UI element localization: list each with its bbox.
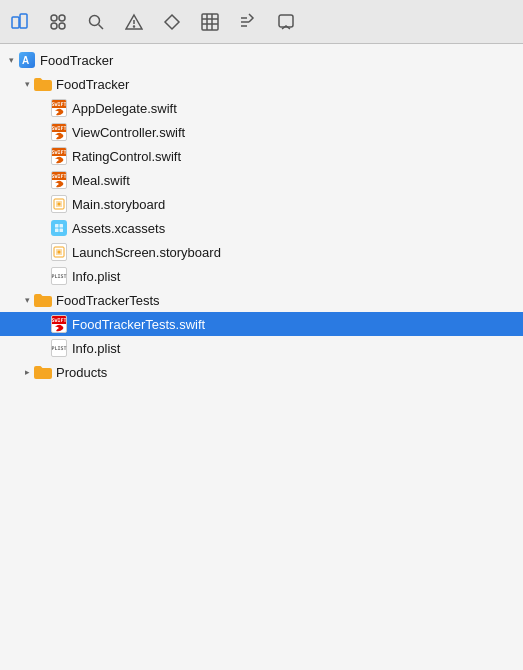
tree-item-foodtrackertests-folder[interactable]: FoodTrackerTests [0, 288, 523, 312]
tree-item-info-plist-2[interactable]: PLIST Info.plist [0, 336, 523, 360]
tree-item-assets[interactable]: Assets.xcassets [0, 216, 523, 240]
svg-rect-12 [202, 14, 218, 30]
tree-item-ratingcontrol[interactable]: SWIFT RatingControl.swift [0, 144, 523, 168]
search-navigator-icon[interactable] [86, 12, 106, 32]
item-label-info-plist-1: Info.plist [72, 269, 120, 284]
disclosure-foodtracker-folder[interactable] [20, 77, 34, 91]
tree-item-info-plist-1[interactable]: PLIST Info.plist [0, 264, 523, 288]
svg-point-10 [134, 26, 135, 27]
item-label-launchscreen: LaunchScreen.storyboard [72, 245, 221, 260]
xcassets-file-icon [50, 219, 68, 237]
plist-file-icon: PLIST [50, 267, 68, 285]
svg-point-6 [90, 15, 100, 25]
svg-rect-24 [55, 229, 59, 233]
tree-item-main-storyboard[interactable]: Main.storyboard [0, 192, 523, 216]
disclosure-foodtrackertests-folder[interactable] [20, 293, 34, 307]
item-label-info-plist-2: Info.plist [72, 341, 120, 356]
item-label-ratingcontrol: RatingControl.swift [72, 149, 181, 164]
tree-item-foodtracker-folder[interactable]: FoodTracker [0, 72, 523, 96]
tree-item-appdelegate[interactable]: SWIFT AppDelegate.swift [0, 96, 523, 120]
main-area: A FoodTracker FoodTracker SWIFT AppDeleg… [0, 44, 523, 670]
tree-item-launchscreen[interactable]: LaunchScreen.storyboard [0, 240, 523, 264]
svg-point-21 [58, 203, 61, 206]
svg-rect-1 [20, 14, 27, 28]
swift-file-icon: SWIFT [50, 123, 68, 141]
toolbar [0, 0, 523, 44]
swift-file-icon: SWIFT [50, 147, 68, 165]
plist-file-icon: PLIST [50, 339, 68, 357]
folder-yellow-file-icon [34, 363, 52, 381]
svg-point-2 [51, 15, 57, 21]
report-navigator-icon[interactable] [276, 12, 296, 32]
svg-rect-0 [12, 17, 19, 28]
test-navigator-icon[interactable] [162, 12, 182, 32]
swift-red-file-icon: SWIFT [50, 315, 68, 333]
file-navigator: A FoodTracker FoodTracker SWIFT AppDeleg… [0, 44, 523, 670]
item-label-appdelegate: AppDelegate.swift [72, 101, 177, 116]
file-navigator-icon[interactable] [10, 12, 30, 32]
item-label-main-storyboard: Main.storyboard [72, 197, 165, 212]
disclosure-products-folder[interactable] [20, 365, 34, 379]
svg-rect-23 [60, 224, 64, 228]
svg-point-5 [59, 23, 65, 29]
storyboard-file-icon [50, 243, 68, 261]
tree-item-products-folder[interactable]: Products [0, 360, 523, 384]
swift-file-icon: SWIFT [50, 99, 68, 117]
svg-point-3 [59, 15, 65, 21]
app-file-icon: A [18, 51, 36, 69]
svg-point-4 [51, 23, 57, 29]
tree-item-viewcontroller[interactable]: SWIFT ViewController.swift [0, 120, 523, 144]
debug-navigator-icon[interactable] [200, 12, 220, 32]
tree-item-meal-swift[interactable]: SWIFT Meal.swift [0, 168, 523, 192]
symbol-navigator-icon[interactable] [48, 12, 68, 32]
disclosure-foodtracker-root[interactable] [4, 53, 18, 67]
storyboard-file-icon [50, 195, 68, 213]
item-label-meal-swift: Meal.swift [72, 173, 130, 188]
item-label-foodtrackertests-swift: FoodTrackerTests.swift [72, 317, 205, 332]
item-label-foodtracker-root: FoodTracker [40, 53, 113, 68]
svg-text:A: A [22, 55, 29, 66]
item-label-viewcontroller: ViewController.swift [72, 125, 185, 140]
folder-yellow-file-icon [34, 291, 52, 309]
swift-file-icon: SWIFT [50, 171, 68, 189]
item-label-assets: Assets.xcassets [72, 221, 165, 236]
svg-line-7 [99, 24, 104, 29]
svg-marker-11 [165, 15, 179, 29]
tree-item-foodtrackertests-swift[interactable]: SWIFT FoodTrackerTests.swift [0, 312, 523, 336]
svg-rect-22 [55, 224, 59, 228]
tree-item-foodtracker-root[interactable]: A FoodTracker [0, 48, 523, 72]
item-label-products-folder: Products [56, 365, 107, 380]
folder-yellow-file-icon [34, 75, 52, 93]
item-label-foodtrackertests-folder: FoodTrackerTests [56, 293, 160, 308]
breakpoint-navigator-icon[interactable] [238, 12, 258, 32]
svg-rect-25 [60, 229, 64, 233]
issue-navigator-icon[interactable] [124, 12, 144, 32]
svg-point-28 [58, 251, 61, 254]
item-label-foodtracker-folder: FoodTracker [56, 77, 129, 92]
